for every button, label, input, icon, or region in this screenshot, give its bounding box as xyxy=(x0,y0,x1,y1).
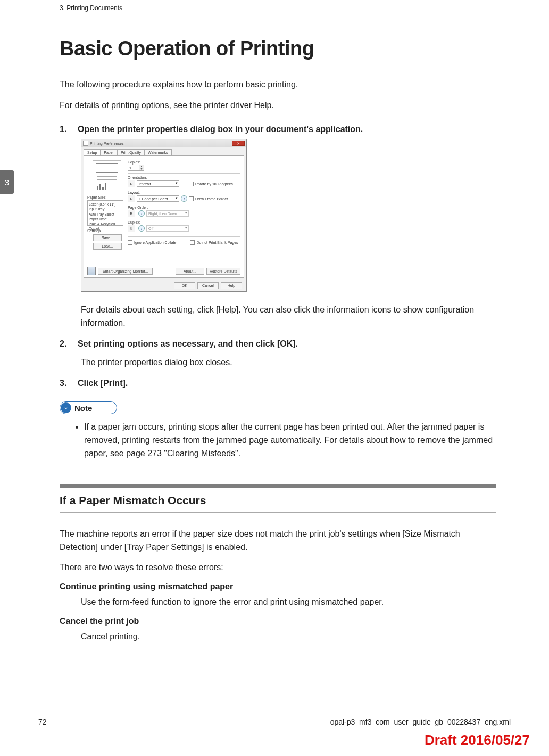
duplex-icon: ▯ xyxy=(128,225,135,232)
copies-input[interactable] xyxy=(128,165,139,170)
note-arrow-icon xyxy=(61,402,71,413)
subsection-heading: If a Paper Mismatch Occurs xyxy=(60,494,496,513)
intro-paragraph-1: The following procedure explains how to … xyxy=(60,78,496,92)
reset-layout-button[interactable]: R xyxy=(128,195,135,202)
step-3: 3.Click [Print]. xyxy=(60,377,496,390)
footer-filename: opal-p3_mf3_com_user_guide_gb_00228437_e… xyxy=(330,718,511,726)
smart-organizing-monitor-button[interactable]: Smart Organizing Monitor... xyxy=(98,268,153,275)
layout-label: Layout: xyxy=(128,191,240,194)
step-title: Set printing options as necessary, and t… xyxy=(78,339,298,348)
dialog-titlebar: Printing Preferences ✕ xyxy=(81,139,246,147)
list-item: Plain & Recycled xyxy=(89,221,122,226)
dialog-tabs: Setup Paper Print Quality Watermarks xyxy=(81,147,246,155)
reset-orientation-button[interactable]: R xyxy=(128,180,135,187)
tab-watermarks[interactable]: Watermarks xyxy=(144,149,171,155)
sub-paragraph-2: There are two ways to resolve these erro… xyxy=(60,561,496,574)
page-number: 72 xyxy=(38,718,47,726)
cancel-button[interactable]: Cancel xyxy=(197,282,219,289)
dialog-title: Printing Preferences xyxy=(90,142,123,145)
rotate-checkbox[interactable]: Rotate by 180 degrees xyxy=(189,182,233,186)
page-order-dropdown[interactable]: Right, then Down xyxy=(146,210,189,217)
info-icon[interactable]: i xyxy=(181,195,187,202)
step-number: 3. xyxy=(60,377,78,390)
orientation-dropdown[interactable]: Portrait xyxy=(137,180,179,187)
layout-dropdown[interactable]: 1 Page per Sheet xyxy=(137,195,179,202)
tab-setup[interactable]: Setup xyxy=(84,149,101,155)
option-1-head: Continue printing using mismatched paper xyxy=(60,582,496,591)
info-icon[interactable]: i xyxy=(138,210,145,217)
page-preview xyxy=(93,160,121,192)
note-item: If a paper jam occurs, printing stops af… xyxy=(84,421,496,460)
close-icon[interactable]: ✕ xyxy=(232,141,245,146)
chapter-header: 3. Printing Documents xyxy=(60,4,122,12)
save-button[interactable]: Save... xyxy=(93,234,122,241)
ignore-collate-checkbox[interactable]: Ignore Application Collate xyxy=(128,240,176,245)
ok-button[interactable]: OK xyxy=(174,282,195,289)
list-item: Paper Type: xyxy=(89,217,122,221)
restore-defaults-button[interactable]: Restore Defaults xyxy=(206,268,240,275)
list-item: Auto Tray Select xyxy=(89,212,122,217)
copies-spinner[interactable]: ▲▼ xyxy=(128,165,144,171)
intro-paragraph-2: For details of printing options, see the… xyxy=(60,99,496,112)
step-title: Open the printer properties dialog box i… xyxy=(78,125,363,134)
help-button[interactable]: Help xyxy=(221,282,242,289)
option-2-head: Cancel the print job xyxy=(60,617,496,626)
page-title: Basic Operation of Printing xyxy=(60,37,496,60)
settings-label: Settings xyxy=(87,229,128,233)
no-blank-label: Do not Print Blank Pages xyxy=(196,241,238,244)
draw-border-checkbox[interactable]: Draw Frame Border xyxy=(189,196,228,201)
dialog-panel: Paper Size: Letter (8.5" x 11") Input Tr… xyxy=(84,155,244,278)
load-button[interactable]: Load... xyxy=(93,243,122,250)
step-title: Click [Print]. xyxy=(78,379,128,388)
list-item: Letter (8.5" x 11") xyxy=(89,202,122,207)
option-2-body: Cancel printing. xyxy=(81,630,496,644)
reset-page-order-button[interactable]: R xyxy=(128,210,135,217)
draft-stamp: Draft 2016/05/27 xyxy=(425,732,530,749)
paper-size-label: Paper Size: xyxy=(87,195,128,199)
sub-paragraph-1: The machine reports an error if the pape… xyxy=(60,528,496,554)
step-number: 1. xyxy=(60,123,78,136)
section-rule xyxy=(60,484,496,488)
page-order-label: Page Order: xyxy=(128,206,240,209)
rotate-label: Rotate by 180 degrees xyxy=(195,182,233,186)
duplex-dropdown[interactable]: Off xyxy=(146,225,189,232)
option-1-body: Use the form-feed function to ignore the… xyxy=(81,596,496,609)
page-content: Basic Operation of Printing The followin… xyxy=(60,37,496,644)
tab-paper[interactable]: Paper xyxy=(100,149,118,155)
orientation-label: Orientation: xyxy=(128,176,240,179)
copies-label: Copies: xyxy=(128,160,240,164)
step-number: 2. xyxy=(60,338,78,351)
ignore-collate-label: Ignore Application Collate xyxy=(134,241,176,244)
tab-print-quality[interactable]: Print Quality xyxy=(117,149,145,155)
steps-list: 1.Open the printer properties dialog box… xyxy=(60,123,496,390)
note-list: If a paper jam occurs, printing stops af… xyxy=(84,421,496,460)
printer-icon xyxy=(83,141,88,146)
monitor-icon xyxy=(87,267,96,275)
duplex-label: Duplex: xyxy=(128,220,240,224)
no-blank-checkbox[interactable]: Do not Print Blank Pages xyxy=(190,240,238,245)
draw-border-label: Draw Frame Border xyxy=(195,197,228,201)
side-chapter-tab: 3 xyxy=(0,170,14,194)
step-1: 1.Open the printer properties dialog box… xyxy=(60,123,496,330)
about-button[interactable]: About... xyxy=(176,268,204,275)
step-body: The printer properties dialog box closes… xyxy=(81,356,496,369)
info-icon[interactable]: i xyxy=(138,225,145,232)
spin-down-icon[interactable]: ▼ xyxy=(139,168,144,170)
list-item: Input Tray: xyxy=(89,207,122,211)
step-body: For details about each setting, click [H… xyxy=(81,303,496,330)
printing-preferences-dialog: Printing Preferences ✕ Setup Paper Print… xyxy=(81,139,247,292)
step-2: 2.Set printing options as necessary, and… xyxy=(60,338,496,369)
paper-settings-list[interactable]: Letter (8.5" x 11") Input Tray: Auto Tra… xyxy=(87,200,123,226)
note-badge: Note xyxy=(60,401,117,414)
note-label: Note xyxy=(74,404,92,413)
